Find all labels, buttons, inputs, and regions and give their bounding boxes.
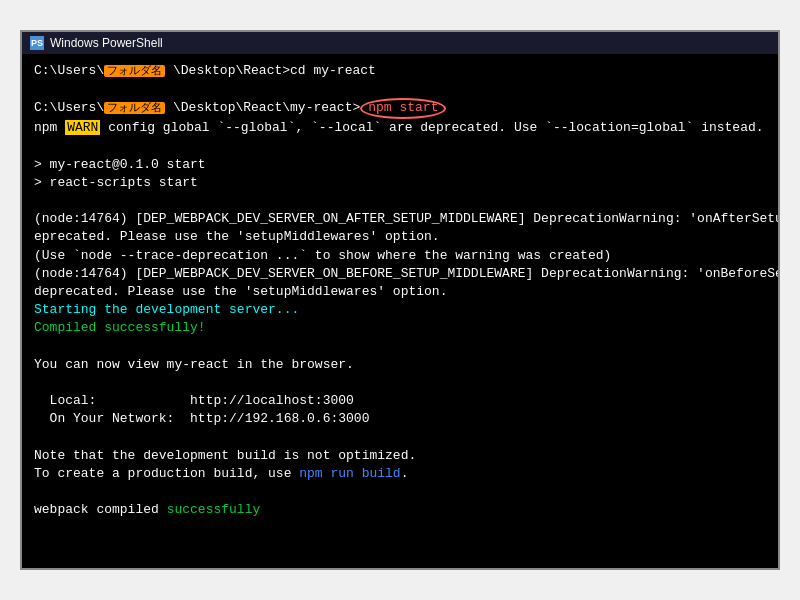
terminal-line: C:\Users\フォルダ名 \Desktop\React\my-react>n… (34, 98, 766, 119)
terminal-line: (Use `node --trace-deprecation ...` to s… (34, 247, 766, 265)
folder-badge: フォルダ名 (104, 102, 165, 114)
terminal-line: C:\Users\フォルダ名 \Desktop\React>cd my-reac… (34, 62, 766, 80)
folder-badge: フォルダ名 (104, 65, 165, 77)
terminal-line: You can now view my-react in the browser… (34, 356, 766, 374)
terminal-line: (node:14764) [DEP_WEBPACK_DEV_SERVER_ON_… (34, 265, 766, 283)
npm-run-build-link[interactable]: npm run build (299, 466, 400, 481)
warn-badge: WARN (65, 120, 100, 135)
terminal-line: On Your Network: http://192.168.0.6:3000 (34, 410, 766, 428)
terminal-line: eprecated. Please use the 'setupMiddlewa… (34, 228, 766, 246)
powershell-window: PS Windows PowerShell C:\Users\フォルダ名 \De… (20, 30, 780, 570)
terminal-line (34, 192, 766, 210)
terminal-line: Note that the development build is not o… (34, 447, 766, 465)
terminal-line (34, 80, 766, 98)
terminal-line (34, 374, 766, 392)
terminal-line (34, 137, 766, 155)
terminal-line (34, 428, 766, 446)
window-title: Windows PowerShell (50, 36, 163, 50)
terminal-line (34, 338, 766, 356)
terminal-line: npm WARN config global `--global`, `--lo… (34, 119, 766, 137)
terminal-line: deprecated. Please use the 'setupMiddlew… (34, 283, 766, 301)
terminal-line: webpack compiled successfully (34, 501, 766, 519)
terminal-line: Compiled successfully! (34, 319, 766, 337)
terminal-line: To create a production build, use npm ru… (34, 465, 766, 483)
terminal-line: (node:14764) [DEP_WEBPACK_DEV_SERVER_ON_… (34, 210, 766, 228)
terminal-line: Starting the development server... (34, 301, 766, 319)
terminal-body[interactable]: C:\Users\フォルダ名 \Desktop\React>cd my-reac… (22, 54, 778, 568)
terminal-line: > my-react@0.1.0 start (34, 156, 766, 174)
ps-icon: PS (30, 36, 44, 50)
terminal-line: > react-scripts start (34, 174, 766, 192)
terminal-line: Local: http://localhost:3000 (34, 392, 766, 410)
npm-command-circle: npm start (360, 98, 446, 119)
title-bar: PS Windows PowerShell (22, 32, 778, 54)
terminal-line (34, 483, 766, 501)
